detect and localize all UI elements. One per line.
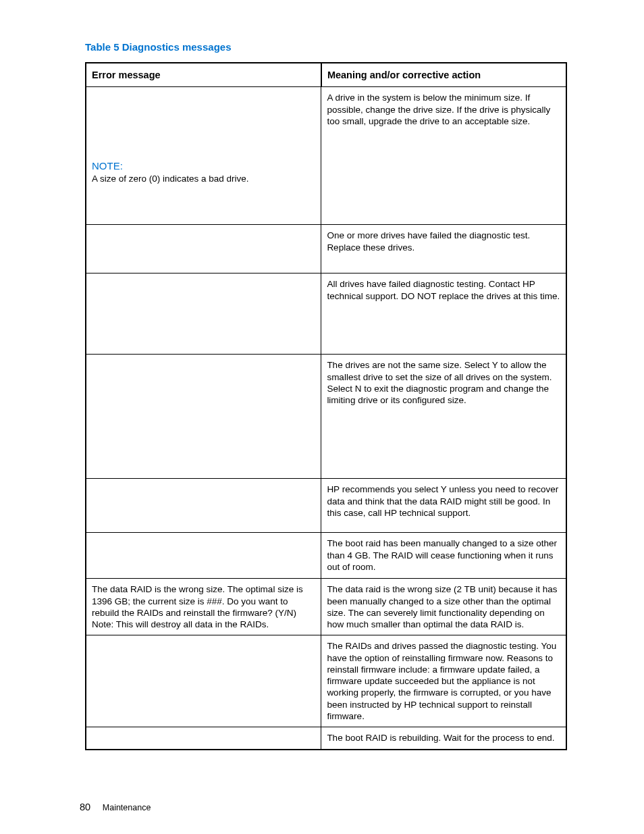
note-label: NOTE: bbox=[92, 159, 315, 172]
document-page: Table 5 Diagnostics messages Error messa… bbox=[0, 0, 644, 834]
page-footer: 80 Maintenance bbox=[80, 801, 151, 814]
cell-r8-error bbox=[86, 635, 321, 727]
cell-r7-action: The data raid is the wrong size (2 TB un… bbox=[321, 579, 566, 635]
header-error-message: Error message bbox=[86, 63, 321, 87]
cell-r6-action: The boot raid has been manually changed … bbox=[321, 533, 566, 579]
cell-r4-error bbox=[86, 355, 321, 479]
cell-r2-action: One or more drives have failed the diagn… bbox=[321, 225, 566, 273]
table-caption: Table 5 Diagnostics messages bbox=[85, 41, 567, 54]
note-block: NOTE: A size of zero (0) indicates a bad… bbox=[92, 92, 315, 184]
cell-r2-error bbox=[86, 225, 321, 273]
header-meaning-action: Meaning and/or corrective action bbox=[321, 63, 566, 87]
cell-r7-error: The data RAID is the wrong size. The opt… bbox=[86, 579, 321, 635]
cell-r5-action: HP recommends you select Y unless you ne… bbox=[321, 479, 566, 533]
page-number: 80 bbox=[80, 802, 90, 812]
cell-r4-action: The drives are not the same size. Select… bbox=[321, 355, 566, 479]
cell-r5-error bbox=[86, 479, 321, 533]
cell-r3-action: All drives have failed diagnostic testin… bbox=[321, 273, 566, 355]
cell-r3-error bbox=[86, 273, 321, 355]
note-text: A size of zero (0) indicates a bad drive… bbox=[92, 173, 315, 184]
section-name: Maintenance bbox=[103, 803, 151, 812]
cell-r6-error bbox=[86, 533, 321, 579]
cell-r9-error bbox=[86, 727, 321, 750]
cell-r9-action: The boot RAID is rebuilding. Wait for th… bbox=[321, 727, 566, 750]
diagnostics-table: Error message Meaning and/or corrective … bbox=[85, 62, 567, 750]
cell-r1-action: A drive in the system is below the minim… bbox=[321, 87, 566, 225]
cell-r1-error: NOTE: A size of zero (0) indicates a bad… bbox=[86, 87, 321, 225]
cell-r8-action: The RAIDs and drives passed the diagnost… bbox=[321, 635, 566, 727]
